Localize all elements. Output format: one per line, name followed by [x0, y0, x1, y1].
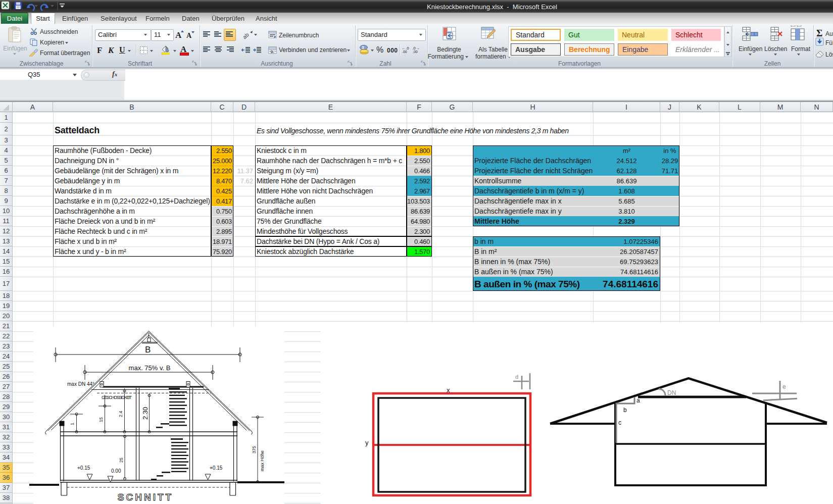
svg-text:a: a — [271, 49, 273, 54]
svg-text:max Höhe: max Höhe — [260, 450, 265, 471]
svg-text:2.30: 2.30 — [141, 407, 149, 420]
svg-text:+0.15: +0.15 — [210, 465, 223, 471]
svg-text:ab: ab — [241, 31, 250, 39]
svg-text:d: d — [515, 374, 518, 380]
svg-text:B: B — [145, 345, 151, 355]
svg-text:DN: DN — [667, 389, 676, 396]
svg-text:+0.15: +0.15 — [77, 465, 90, 471]
svg-text:2.4: 2.4 — [118, 411, 123, 417]
svg-text:25: 25 — [119, 458, 124, 463]
svg-text:x: x — [447, 386, 450, 394]
svg-text:e: e — [782, 383, 786, 390]
svg-text:c: c — [618, 419, 621, 426]
svg-text:max. 75% v. B: max. 75% v. B — [129, 364, 171, 372]
svg-text:b: b — [623, 407, 627, 414]
svg-text:y: y — [365, 439, 369, 446]
svg-text:SCHNITT: SCHNITT — [118, 492, 173, 502]
svg-text:1: 1 — [70, 423, 75, 425]
svg-text:0.00: 0.00 — [111, 468, 121, 474]
svg-text:,00: ,00 — [413, 50, 418, 54]
svg-text:375: 375 — [252, 446, 257, 453]
svg-text:15: 15 — [99, 417, 104, 422]
svg-text:a: a — [636, 397, 640, 404]
svg-text:GESCHOSSIGKEIT: GESCHOSSIGKEIT — [102, 395, 132, 400]
svg-text:.00: .00 — [402, 50, 407, 54]
svg-text:max DN 44°: max DN 44° — [67, 381, 94, 387]
